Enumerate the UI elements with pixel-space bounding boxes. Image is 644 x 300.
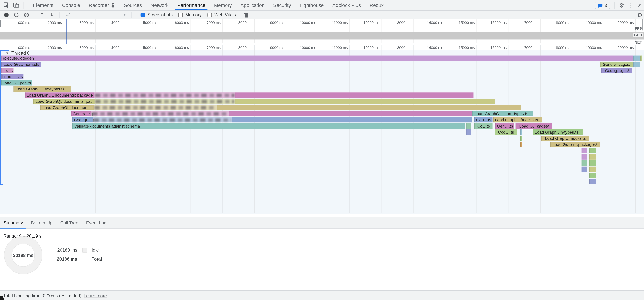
issues-badge[interactable]: 3 xyxy=(595,2,610,9)
flame-bar[interactable]: Codeg…ges/ xyxy=(601,68,632,73)
overview-scrollbar-thumb[interactable] xyxy=(642,19,643,30)
tab-network[interactable]: Network xyxy=(150,0,169,10)
timeline-gridline xyxy=(476,45,477,213)
memory-label: Memory xyxy=(185,13,202,17)
thread-header[interactable]: ▼ Thread 0 xyxy=(6,51,30,55)
flame-bar[interactable]: Load Graph…/mocks.ts xyxy=(493,117,542,123)
flame-bar[interactable] xyxy=(582,160,586,166)
learn-more-link[interactable]: Learn more xyxy=(84,293,107,298)
capture-settings-gear-icon[interactable]: ⚙ xyxy=(637,12,642,18)
redacted-text-overlay xyxy=(94,105,217,110)
flame-bar[interactable] xyxy=(589,167,596,172)
flame-bar[interactable] xyxy=(466,130,471,135)
tab-application[interactable]: Application xyxy=(240,0,264,10)
record-button[interactable] xyxy=(4,13,8,17)
reload-and-record-button[interactable] xyxy=(14,12,19,18)
overview-gridline xyxy=(32,19,32,43)
tab-lighthouse[interactable]: Lighthouse xyxy=(300,0,324,10)
flame-bar[interactable]: Gen…ts xyxy=(474,117,492,123)
flame-bar[interactable] xyxy=(589,148,596,153)
flame-bar[interactable] xyxy=(520,136,522,141)
redacted-text-overlay xyxy=(94,92,235,98)
flame-bar[interactable]: executeCodegen xyxy=(1,56,632,61)
flame-bar[interactable]: Load Grap…/mocks.ts xyxy=(541,136,589,141)
web-vitals-checkbox[interactable] xyxy=(207,13,212,17)
flame-bar[interactable]: Load GraphQL …urn-types.ts xyxy=(472,111,533,116)
overview-tick-label: 18000 ms xyxy=(541,21,570,25)
flame-bar[interactable] xyxy=(582,148,586,153)
tab-security[interactable]: Security xyxy=(273,0,291,10)
details-tabbar: Summary Bottom-Up Call Tree Event Log xyxy=(0,217,644,229)
flame-bar[interactable]: Co…ts xyxy=(474,123,492,129)
total-label: Total xyxy=(92,256,102,261)
tab-console[interactable]: Console xyxy=(62,0,80,10)
flame-bar[interactable]: Load Gra…hema.ts xyxy=(1,62,41,67)
tab-recorder[interactable]: Recorder xyxy=(89,0,115,10)
settings-gear-icon[interactable]: ⚙ xyxy=(619,3,624,8)
overview-gridline xyxy=(350,19,350,43)
memory-checkbox[interactable] xyxy=(178,13,183,17)
overview-tick-label: 17000 ms xyxy=(509,21,538,25)
flame-bar[interactable] xyxy=(633,56,640,61)
tab-elements[interactable]: Elements xyxy=(33,0,53,10)
close-icon[interactable]: × xyxy=(638,2,642,9)
flame-bar[interactable]: Load Graph…packages/ xyxy=(550,142,600,147)
overview-gridline xyxy=(604,19,604,43)
tab-bottom-up[interactable]: Bottom-Up xyxy=(31,217,52,228)
overview-gridline xyxy=(381,19,382,43)
flame-bar[interactable]: Load G…kages/ xyxy=(516,123,552,129)
tab-redux[interactable]: Redux xyxy=(370,0,384,10)
legend-row-idle: 20188 ms Idle xyxy=(52,247,99,252)
flame-bar[interactable]: Load GraphQ…ed/types.ts xyxy=(14,86,70,92)
flame-bar[interactable] xyxy=(520,130,522,135)
history-select[interactable]: #1 ▼ xyxy=(66,12,126,18)
load-profile-icon[interactable] xyxy=(39,12,44,18)
flame-bar[interactable]: Lo…s xyxy=(1,68,14,73)
more-menu-kebab-icon[interactable]: ⋮ xyxy=(628,3,634,8)
overview-tick-label: 1000 ms xyxy=(0,21,30,25)
tab-adblock-plus[interactable]: Adblock Plus xyxy=(332,0,361,10)
flame-bar[interactable]: Validate documents against schema xyxy=(72,123,465,129)
flame-chart-pane[interactable]: 1000 ms2000 ms3000 ms4000 ms5000 ms6000 … xyxy=(0,45,644,217)
tab-sources[interactable]: Sources xyxy=(124,0,142,10)
overview-gridline xyxy=(191,19,191,43)
timeline-gridline xyxy=(127,45,128,213)
timeline-overview[interactable]: 1000 ms2000 ms3000 ms4000 ms5000 ms6000 … xyxy=(0,19,644,45)
flame-bar[interactable]: Cod….ts xyxy=(494,130,516,135)
overview-left-handle[interactable] xyxy=(0,20,1,27)
overview-gridline xyxy=(159,19,159,43)
overview-time-marker[interactable] xyxy=(66,19,67,44)
flame-bar[interactable]: Gen….ts xyxy=(495,123,514,129)
flame-bar[interactable] xyxy=(589,154,596,160)
flame-bar[interactable]: Load Graph…n-types.ts xyxy=(533,130,583,135)
flame-bar[interactable]: Load GraphQL documents: package xyxy=(24,92,474,98)
trash-icon[interactable] xyxy=(244,12,248,18)
flame-bar[interactable]: Load …s.ts xyxy=(1,74,24,79)
flame-bar[interactable] xyxy=(589,179,596,184)
issues-chat-icon xyxy=(598,4,602,7)
flame-bar[interactable] xyxy=(582,154,586,160)
tab-memory[interactable]: Memory xyxy=(214,0,232,10)
overview-tick-label: 14000 ms xyxy=(414,21,443,25)
clear-recording-icon[interactable] xyxy=(24,12,29,18)
tab-performance[interactable]: Performance xyxy=(177,0,206,10)
flame-bar[interactable] xyxy=(634,62,640,67)
tab-call-tree[interactable]: Call Tree xyxy=(60,217,78,228)
flame-bar[interactable]: Genera…ages/ xyxy=(600,62,632,67)
flame-bar[interactable]: Load G…pes.ts xyxy=(1,80,32,86)
tab-summary[interactable]: Summary xyxy=(4,217,23,228)
flame-bar[interactable] xyxy=(589,173,596,178)
screenshots-checkbox[interactable]: ✓ xyxy=(140,13,145,17)
save-profile-icon[interactable] xyxy=(49,12,54,18)
inspect-element-icon[interactable] xyxy=(3,2,9,8)
flame-bar[interactable] xyxy=(640,56,642,61)
timeline-tick-label: 2000 ms xyxy=(32,46,62,50)
flame-bar[interactable] xyxy=(520,142,522,147)
redacted-text-overlay xyxy=(91,111,229,117)
device-toolbar-icon[interactable] xyxy=(13,2,19,8)
flame-bar[interactable] xyxy=(582,167,586,172)
flame-bar[interactable] xyxy=(589,160,596,166)
tab-event-log[interactable]: Event Log xyxy=(86,217,106,228)
timeline-tick-label: 10000 ms xyxy=(286,46,316,50)
flame-bar[interactable] xyxy=(466,123,471,129)
